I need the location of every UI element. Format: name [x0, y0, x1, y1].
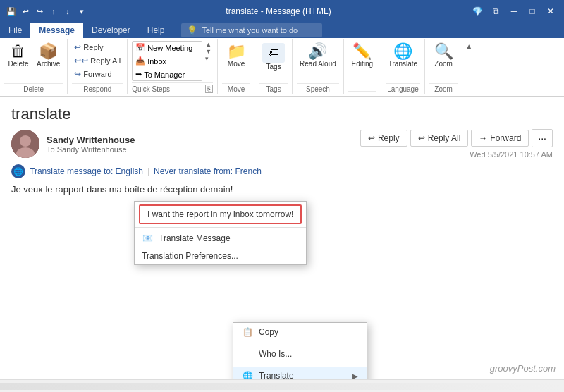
tomanager-icon: ➡ [135, 70, 142, 79]
replyall-button[interactable]: ↩↩ Reply All [72, 54, 123, 67]
restore-button[interactable]: ⧉ [488, 4, 503, 19]
copy-icon: 📋 [242, 326, 253, 338]
qs-up-arrow[interactable]: ▲ [204, 41, 213, 48]
sender-name: Sandy Writtenhouse [47, 135, 135, 145]
window-title: translate - Message (HTML) [87, 6, 470, 16]
tab-developer[interactable]: Developer [83, 23, 139, 38]
email-body: Je veux le rapport dans ma boîte de réce… [11, 184, 553, 195]
sender-to: To Sandy Writtenhouse [47, 145, 135, 154]
ribbon-group-move: 📁 Move Move [218, 39, 255, 94]
qs-down-arrow[interactable]: ▼ [204, 48, 213, 55]
ctx-translate[interactable]: 🌐 Translate ▶ [233, 367, 367, 379]
context-menu: 📋 Copy Who Is... 🌐 Translate ▶ 🔍 Search … [233, 322, 367, 379]
tags-buttons: 🏷 Tags [259, 41, 288, 82]
tags-button[interactable]: 🏷 Tags [259, 41, 288, 73]
archive-button[interactable]: 📦 Archive [34, 41, 63, 70]
diamond-icon[interactable]: 💎 [470, 4, 485, 19]
move-button[interactable]: 📁 Move [222, 41, 250, 70]
translate-icon: 🌐 [393, 43, 412, 60]
replyall-arrow-icon: ↩ [418, 133, 425, 143]
ribbon-group-respond: ↩ Reply ↩↩ Reply All ↪ Forward Respon [68, 39, 128, 94]
save-icon[interactable]: 💾 [6, 6, 17, 17]
delete-button[interactable]: 🗑 Delete [4, 41, 32, 70]
whois-icon [242, 348, 253, 360]
tomanager-button[interactable]: ➡ To Manager [133, 68, 202, 80]
undo-icon[interactable]: ↩ [20, 6, 31, 17]
ribbon: File Message Developer Help 💡 Tell me wh… [0, 23, 564, 97]
respond-group-buttons: ↩ Reply ↩↩ Reply All ↪ Forward [72, 41, 123, 82]
translate-submenu: I want the report in my inbox tomorrow! … [134, 201, 307, 265]
newmeeting-button[interactable]: 📅 New Meeting [133, 42, 202, 54]
maximize-button[interactable]: □ [525, 4, 540, 19]
redo-icon[interactable]: ↪ [34, 6, 45, 17]
quicksteps-group-label: Quick Steps ⎘ [132, 82, 213, 93]
avatar [11, 130, 39, 158]
tell-me-placeholder: Tell me what you want to do [202, 26, 298, 35]
avatar-image [11, 130, 39, 158]
respond-small-buttons: ↩ Reply ↩↩ Reply All ↪ Forward [72, 41, 123, 80]
never-translate-link[interactable]: Never translate from: French [154, 166, 262, 176]
ribbon-collapse-button[interactable]: ▲ [462, 39, 475, 94]
translatemessage-item[interactable]: 📧 Translate Message [135, 229, 306, 247]
inbox-icon: 📥 [135, 56, 145, 66]
email-header-row: Sandy Writtenhouse To Sandy Writtenhouse… [11, 129, 553, 159]
forward-email-button[interactable]: → Forward [471, 130, 529, 147]
window-controls: 💎 ⧉ ─ □ ✕ [470, 4, 558, 19]
reply-icon: ↩ [74, 42, 81, 52]
more-icon: ··· [538, 133, 546, 144]
readaloud-button[interactable]: 🔊 Read Aloud [297, 41, 339, 70]
ribbon-group-quicksteps: 📅 New Meeting 📥 Inbox ➡ To Manager [128, 39, 218, 94]
quicksteps-dialog-icon[interactable]: ⎘ [205, 85, 213, 93]
zoom-button[interactable]: 🔍 Zoom [429, 41, 458, 70]
sender-info: Sandy Writtenhouse To Sandy Writtenhouse [47, 135, 135, 154]
forward-arrow-icon: → [479, 133, 487, 143]
forward-button[interactable]: ↪ Forward [72, 68, 123, 80]
titlebar: 💾 ↩ ↪ ↑ ↓ ▾ translate - Message (HTML) 💎… [0, 0, 564, 23]
tags-group-label: Tags [259, 83, 288, 93]
move-group-label: Move [222, 83, 250, 93]
translationprefs-item[interactable]: Translation Preferences... [135, 247, 306, 264]
email-sender: Sandy Writtenhouse To Sandy Writtenhouse [11, 130, 135, 158]
collapse-icon: ▲ [465, 42, 472, 50]
app-container: 💾 ↩ ↪ ↑ ↓ ▾ translate - Message (HTML) 💎… [0, 0, 564, 392]
translate-result-item[interactable]: I want the report in my inbox tomorrow! [140, 206, 300, 223]
ctx-separator-1 [233, 343, 367, 343]
lightbulb-icon: 💡 [187, 25, 197, 35]
status-bar [0, 379, 564, 392]
replyall-email-button[interactable]: ↩ Reply All [410, 130, 469, 147]
more-options-button[interactable]: ··· [532, 129, 553, 147]
reply-email-button[interactable]: ↩ Reply [360, 130, 407, 147]
down-icon[interactable]: ↓ [62, 6, 73, 17]
minimize-button[interactable]: ─ [506, 4, 522, 19]
editing-icon: ✏️ [352, 43, 372, 60]
qs-expand-arrow[interactable]: ▾ [204, 55, 213, 62]
tab-file[interactable]: File [0, 23, 30, 38]
close-button[interactable]: ✕ [543, 4, 558, 19]
quick-access-toolbar: 💾 ↩ ↪ ↑ ↓ ▾ [6, 6, 87, 17]
tab-message[interactable]: Message [30, 23, 83, 38]
customize-icon[interactable]: ▾ [76, 6, 87, 17]
avatar-svg [11, 130, 39, 158]
ctx-translate-icon: 🌐 [242, 370, 253, 379]
reply-buttons: ↩ Reply ↩ Reply All → Forward ··· [360, 129, 553, 147]
translate-separator: | [147, 166, 149, 176]
up-icon[interactable]: ↑ [48, 6, 59, 17]
editing-buttons: ✏️ Editing [348, 41, 376, 90]
ribbon-group-speech: 🔊 Read Aloud Speech [293, 39, 344, 94]
replyall-icon: ↩↩ [74, 56, 88, 66]
inbox-button[interactable]: 📥 Inbox [133, 55, 202, 67]
ctx-whois[interactable]: Who Is... [233, 345, 367, 363]
forward-icon: ↪ [74, 69, 81, 79]
email-content-area: translate Sandy Writtenhouse [0, 97, 564, 379]
reply-button[interactable]: ↩ Reply [72, 41, 123, 54]
translate-to-english-link[interactable]: Translate message to: English [30, 166, 143, 176]
translate-ribbon-button[interactable]: 🌐 Translate [386, 41, 420, 70]
editing-button[interactable]: ✏️ Editing [348, 41, 376, 70]
delete-icon: 🗑 [11, 43, 26, 60]
tell-me-input[interactable]: 💡 Tell me what you want to do [181, 23, 322, 37]
ribbon-group-delete: 🗑 Delete 📦 Archive Delete [0, 39, 68, 94]
ctx-translate-arrow: ▶ [352, 372, 358, 380]
scrollbar[interactable] [0, 383, 564, 390]
tab-help[interactable]: Help [139, 23, 173, 38]
ctx-copy[interactable]: 📋 Copy [233, 323, 367, 341]
